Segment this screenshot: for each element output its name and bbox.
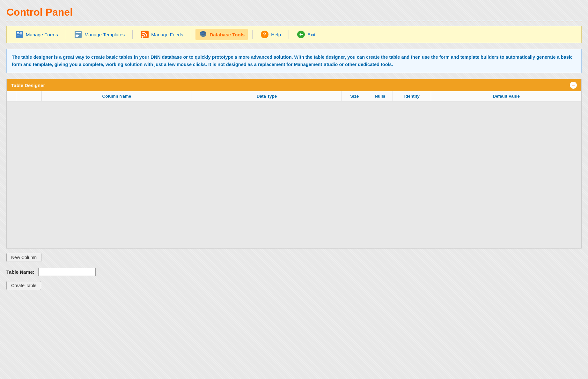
- col-header-default: Default Value: [431, 91, 581, 101]
- svg-rect-6: [76, 32, 81, 33]
- svg-text:?: ?: [263, 32, 266, 37]
- collapse-button[interactable]: −: [570, 82, 577, 89]
- exit-icon: [297, 30, 305, 39]
- col-header-datatype: Data Type: [192, 91, 342, 101]
- table-name-input[interactable]: [38, 268, 96, 276]
- nav-separator-5: [289, 30, 289, 39]
- nav-separator-4: [252, 30, 253, 39]
- svg-rect-7: [76, 34, 78, 34]
- nav-separator-1: [66, 30, 66, 39]
- col-header-identity: Identity: [393, 91, 431, 101]
- svg-rect-1: [17, 32, 19, 33]
- new-column-button[interactable]: New Column: [6, 253, 41, 262]
- manage-forms-label: Manage Forms: [26, 32, 58, 37]
- nav-item-manage-feeds[interactable]: Manage Feeds: [137, 29, 186, 40]
- info-box: The table designer is a great way to cre…: [6, 49, 582, 73]
- table-body: [7, 101, 581, 248]
- table-name-label: Table Name:: [6, 269, 34, 275]
- nav-item-database-tools[interactable]: Database Tools: [195, 29, 248, 40]
- col-header-name: Column Name: [42, 91, 192, 101]
- nav-bar: Manage Forms Manage Templates Manag: [6, 26, 582, 43]
- nav-item-help[interactable]: ? Help: [257, 29, 284, 40]
- table-name-row: Table Name:: [6, 268, 582, 276]
- svg-rect-9: [76, 36, 78, 37]
- nav-item-exit[interactable]: Exit: [293, 29, 319, 40]
- page-title: Control Panel: [6, 3, 582, 21]
- nav-separator-2: [132, 30, 133, 39]
- nav-item-manage-templates[interactable]: Manage Templates: [70, 29, 128, 40]
- info-text: The table designer is a great way to cre…: [12, 54, 576, 68]
- templates-icon: [74, 30, 83, 39]
- help-label: Help: [271, 32, 281, 37]
- manage-templates-label: Manage Templates: [85, 32, 125, 37]
- top-divider: [6, 21, 582, 21]
- forms-icon: [15, 30, 24, 39]
- database-tools-label: Database Tools: [209, 32, 245, 37]
- manage-feeds-label: Manage Feeds: [151, 32, 183, 37]
- svg-rect-3: [17, 35, 19, 35]
- table-designer-header: Table Designer −: [7, 79, 581, 91]
- nav-separator-3: [191, 30, 191, 39]
- svg-point-11: [142, 36, 143, 38]
- dbtools-icon: [199, 30, 208, 39]
- col-header-size: Size: [342, 91, 367, 101]
- feeds-icon: [140, 30, 149, 39]
- help-icon: ?: [260, 30, 269, 39]
- column-headers-row: Column Name Data Type Size Nulls Identit…: [7, 91, 581, 101]
- exit-label: Exit: [307, 32, 315, 37]
- table-designer-panel: Table Designer − Column Name Data Type S…: [6, 79, 582, 249]
- svg-rect-2: [17, 33, 20, 34]
- col-header-nulls: Nulls: [367, 91, 393, 101]
- col-header-actions: [16, 91, 42, 101]
- nav-item-manage-forms[interactable]: Manage Forms: [12, 29, 61, 40]
- table-designer-title: Table Designer: [11, 83, 45, 88]
- svg-rect-8: [76, 35, 79, 36]
- create-table-button[interactable]: Create Table: [6, 281, 41, 290]
- svg-rect-4: [20, 32, 22, 34]
- col-header-check: [7, 91, 16, 101]
